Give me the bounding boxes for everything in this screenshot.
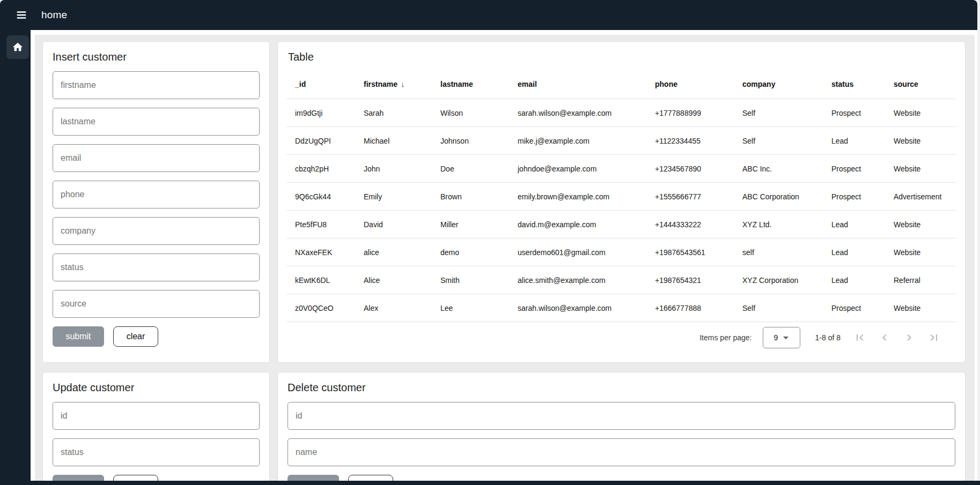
column-header-firstname[interactable]: firstname ↓: [355, 79, 432, 88]
delete-submit-button[interactable]: submit: [288, 475, 339, 481]
table-cell: Self: [734, 304, 823, 312]
table-cell: demo: [432, 248, 509, 257]
table-cell: 9Q6cGk44: [286, 192, 355, 201]
insert-clear-button[interactable]: clear: [113, 326, 158, 347]
window-bottom-edge: [0, 481, 980, 485]
previous-page-icon[interactable]: [878, 331, 891, 344]
table-cell: DdzUgQPI: [286, 137, 355, 145]
update-submit-button[interactable]: submit: [53, 475, 104, 481]
table-cell: alice.smith@example.com: [509, 276, 646, 285]
table-cell: Prospect: [823, 304, 885, 312]
insert-card-title: Insert customer: [53, 50, 260, 63]
table-cell: David: [355, 220, 432, 229]
table-cell: +1555666777: [646, 192, 734, 201]
page-size-select[interactable]: 9: [763, 327, 800, 348]
insert-customer-card: Insert customer submit clear: [42, 41, 270, 363]
column-header-company[interactable]: company: [734, 80, 823, 88]
table-cell: Website: [885, 248, 956, 257]
table-header-row: _id firstname ↓ lastname email phone com…: [286, 69, 956, 99]
top-toolbar: home: [0, 0, 977, 30]
table-cell: mike.j@example.com: [509, 137, 646, 145]
table-cell: Website: [885, 109, 956, 117]
items-per-page-label: Items per page:: [699, 333, 751, 342]
table-cell: Smith: [432, 276, 509, 285]
table-cell: Prospect: [823, 165, 885, 173]
table-row: Pte5fFU8DavidMillerdavid.m@example.com+1…: [286, 211, 956, 238]
table-cell: Sarah: [355, 109, 432, 117]
delete-clear-button[interactable]: clear: [348, 475, 393, 481]
table-cell: sarah.wilson@example.com: [509, 304, 646, 312]
table-cell: XYZ Ltd.: [734, 220, 823, 229]
table-cell: Website: [885, 165, 956, 173]
sidebar: [0, 30, 31, 485]
table-cell: Doe: [432, 165, 509, 173]
update-card-title: Update customer: [53, 381, 260, 394]
table-cell: emily.brown@example.com: [509, 192, 646, 201]
first-page-icon[interactable]: [853, 331, 866, 344]
column-header-phone[interactable]: phone: [646, 80, 734, 88]
insert-phone-input[interactable]: [53, 181, 260, 208]
table-cell: ABC Inc.: [734, 165, 823, 173]
table-cell: Miller: [432, 220, 509, 229]
table-cell: John: [355, 165, 432, 173]
table-cell: ABC Corporation: [734, 192, 823, 201]
column-header-source[interactable]: source: [885, 80, 956, 88]
table-card: Table _id firstname ↓ lastname email p: [277, 41, 966, 363]
table-row: NXaxeFEKalicedemouserdemo601@gmail.com+1…: [286, 238, 956, 266]
update-customer-card: Update customer submit clear: [42, 372, 270, 481]
insert-submit-button[interactable]: submit: [53, 326, 104, 347]
table-cell: z0V0QCeO: [286, 304, 355, 312]
table-cell: cbzqh2pH: [286, 165, 355, 173]
table-cell: +1234567890: [646, 165, 734, 173]
customers-table: _id firstname ↓ lastname email phone com…: [278, 69, 965, 322]
column-header-email[interactable]: email: [509, 80, 646, 88]
table-cell: self: [734, 248, 823, 257]
table-cell: Advertisement: [885, 192, 956, 201]
table-cell: +1666777888: [646, 304, 734, 312]
insert-email-input[interactable]: [53, 144, 260, 172]
insert-lastname-input[interactable]: [53, 108, 260, 136]
insert-source-input[interactable]: [53, 290, 260, 318]
table-cell: Michael: [355, 137, 432, 145]
table-cell: kEwtK6DL: [286, 276, 355, 285]
table-cell: Lead: [823, 248, 885, 257]
delete-id-input[interactable]: [288, 402, 955, 430]
table-cell: Pte5fFU8: [286, 220, 355, 229]
table-body: im9dGtjiSarahWilsonsarah.wilson@example.…: [286, 99, 956, 322]
update-clear-button[interactable]: clear: [113, 475, 158, 481]
column-header-status[interactable]: status: [823, 80, 885, 88]
table-cell: +1444333222: [646, 220, 734, 229]
insert-status-input[interactable]: [53, 253, 260, 281]
table-cell: im9dGtji: [286, 109, 355, 117]
column-header-id[interactable]: _id: [286, 80, 355, 88]
table-cell: NXaxeFEK: [286, 248, 355, 257]
insert-company-input[interactable]: [53, 217, 260, 245]
table-row: DdzUgQPIMichaelJohnsonmike.j@example.com…: [286, 127, 956, 155]
delete-name-input[interactable]: [288, 438, 955, 466]
paginator: Items per page: 9 1-8 of 8: [278, 322, 965, 353]
update-id-input[interactable]: [53, 402, 260, 430]
table-cell: Brown: [432, 192, 509, 201]
table-row: 9Q6cGk44EmilyBrownemily.brown@example.co…: [286, 183, 956, 211]
column-header-lastname[interactable]: lastname: [432, 80, 509, 88]
app-window: home Insert customer: [0, 0, 977, 485]
table-cell: Wilson: [432, 109, 509, 117]
last-page-icon[interactable]: [927, 331, 940, 344]
menu-icon[interactable]: [11, 4, 32, 26]
table-row: kEwtK6DLAliceSmithalice.smith@example.co…: [286, 266, 956, 294]
table-cell: userdemo601@gmail.com: [509, 248, 646, 257]
delete-customer-card: Delete customer submit clear: [277, 372, 966, 481]
page-title: home: [41, 9, 67, 21]
table-cell: Alex: [355, 304, 432, 312]
sidebar-item-home[interactable]: [6, 35, 29, 59]
insert-firstname-input[interactable]: [53, 71, 260, 99]
update-status-input[interactable]: [53, 438, 260, 466]
next-page-icon[interactable]: [903, 331, 916, 344]
table-cell: +1987654321: [646, 276, 734, 285]
page-size-value: 9: [774, 333, 778, 342]
table-cell: Prospect: [823, 109, 885, 117]
table-cell: Lead: [823, 276, 885, 285]
content-area: Insert customer submit clear: [31, 30, 977, 485]
delete-card-title: Delete customer: [288, 381, 955, 394]
table-cell: johndoe@example.com: [509, 165, 646, 173]
